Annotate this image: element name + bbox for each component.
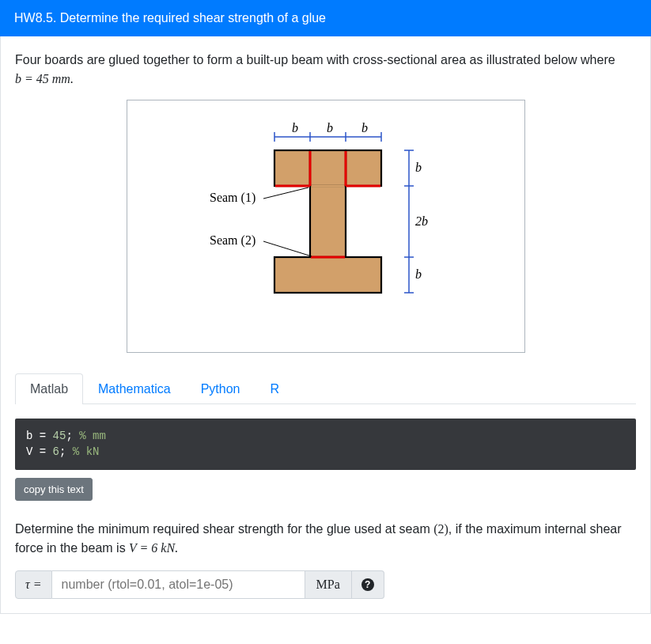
tab-matlab[interactable]: Matlab bbox=[15, 373, 83, 404]
tab-r[interactable]: R bbox=[255, 373, 294, 404]
question-body: Four boards are glued together to form a… bbox=[0, 36, 651, 614]
copy-button[interactable]: copy this text bbox=[15, 478, 93, 501]
answer-symbol: τ = bbox=[15, 570, 52, 599]
seam2-label: Seam (2) bbox=[210, 233, 255, 248]
cross-section-figure: b b b b 2b b bbox=[127, 100, 525, 353]
prompt-math: b = 45 mm. bbox=[15, 72, 74, 85]
dim-2b-right: 2b bbox=[415, 214, 428, 228]
question-header: HW8.5. Determine the required shear stre… bbox=[0, 0, 651, 36]
dim-b-right-1: b bbox=[415, 161, 422, 174]
seam1-label: Seam (1) bbox=[210, 191, 255, 205]
answer-row: τ = MPa ? bbox=[15, 570, 636, 599]
dim-b-top-2: b bbox=[327, 123, 333, 134]
answer-input[interactable] bbox=[52, 570, 305, 599]
question-seam-num: (2) bbox=[433, 522, 449, 536]
svg-rect-11 bbox=[346, 150, 381, 186]
header-title: HW8.5. Determine the required shear stre… bbox=[14, 11, 326, 25]
dim-b-top-1: b bbox=[292, 123, 298, 134]
code-tabs: Matlab Mathematica Python R bbox=[15, 373, 636, 404]
svg-line-22 bbox=[263, 241, 312, 256]
code-block: b = 45; % mm V = 6; % kN bbox=[15, 419, 636, 470]
question-part1: Determine the minimum required shear str… bbox=[15, 522, 433, 536]
svg-line-21 bbox=[263, 188, 308, 199]
question-text: Determine the minimum required shear str… bbox=[15, 520, 636, 558]
svg-rect-13 bbox=[310, 186, 346, 257]
question-force: V = 6 kN. bbox=[129, 541, 178, 555]
prompt-line1: Four boards are glued together to form a… bbox=[15, 53, 615, 66]
answer-unit: MPa bbox=[305, 570, 352, 599]
svg-rect-15 bbox=[274, 257, 381, 293]
tab-mathematica[interactable]: Mathematica bbox=[83, 373, 186, 404]
svg-rect-12 bbox=[310, 150, 346, 186]
prompt-text: Four boards are glued together to form a… bbox=[15, 51, 636, 89]
help-button[interactable]: ? bbox=[352, 570, 384, 599]
dim-b-right-2: b bbox=[415, 267, 422, 281]
figure-container: b b b b 2b b bbox=[15, 100, 636, 356]
beam-diagram: b b b b 2b b bbox=[156, 123, 496, 328]
tab-python[interactable]: Python bbox=[186, 373, 255, 404]
help-icon: ? bbox=[361, 578, 374, 591]
dim-b-top-3: b bbox=[361, 123, 368, 134]
svg-rect-10 bbox=[274, 150, 310, 186]
